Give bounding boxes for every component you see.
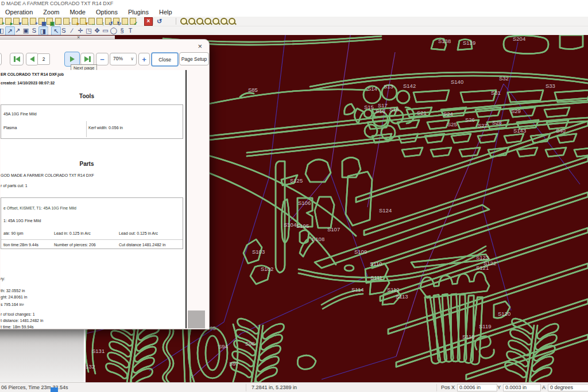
- zoom-in-button[interactable]: +: [138, 53, 150, 65]
- group-parts[interactable]: ▸: [71, 17, 79, 25]
- nav-first-button[interactable]: [0, 53, 2, 65]
- zoom-in-icon[interactable]: [179, 17, 188, 25]
- zoom-out-button[interactable]: −: [96, 53, 109, 65]
- summary-total-distance: t distance: 1481.2482 in: [1, 319, 43, 323]
- print-preview-dialog: × 2 − 70% ∨ + Close Page Setup Next page…: [0, 39, 210, 329]
- zoom-sheet-icon[interactable]: [219, 17, 228, 25]
- mirror-horizontal[interactable]: ↔: [87, 17, 96, 25]
- zoom-selection-icon[interactable]: [211, 17, 220, 25]
- lead-in: Lead in: 0.125 in Arc: [54, 231, 91, 235]
- undo[interactable]: ↺: [155, 17, 164, 25]
- operation-box: e Offset, KISMET, T1: 45A 10G Fine Mild …: [1, 197, 183, 249]
- part-label-S109: S109: [354, 249, 367, 255]
- menu-item-help[interactable]: Help: [154, 9, 177, 15]
- menu-item-options[interactable]: Options: [91, 9, 123, 15]
- angle-field[interactable]: 0 degrees: [548, 384, 588, 391]
- rotate-left[interactable]: ↺: [104, 17, 113, 25]
- lasso-mode[interactable]: ◯: [110, 26, 118, 34]
- summary-height: ght: 24.8061 in: [1, 295, 27, 299]
- plate-mode[interactable]: ▣: [22, 26, 30, 34]
- page-number-field[interactable]: 2: [37, 53, 50, 65]
- zoom-box-mode[interactable]: ▭: [101, 26, 110, 34]
- part-label-S18: S18: [389, 106, 399, 112]
- move-to-sheet[interactable]: →: [121, 17, 129, 25]
- parts-cut: r of parts cut: 1: [1, 184, 28, 188]
- contour-mode[interactable]: ◧: [0, 26, 5, 34]
- part-label-S94: S94: [218, 343, 228, 350]
- zoom-all-icon[interactable]: [227, 17, 236, 25]
- move-part-mode[interactable]: ✛: [76, 26, 85, 34]
- menu-item-mode[interactable]: Mode: [64, 9, 91, 15]
- last-page-icon: [84, 56, 89, 62]
- part-label-S142: S142: [403, 83, 416, 89]
- array-parts[interactable]: ▦: [37, 17, 46, 25]
- part-label-S32: S32: [499, 75, 509, 81]
- import-part[interactable]: ↓: [21, 17, 29, 25]
- zoom-part-icon[interactable]: [203, 17, 212, 25]
- text-mode[interactable]: T: [126, 26, 135, 34]
- part-label-S112: S112: [387, 286, 399, 293]
- rotate-right[interactable]: ↻: [112, 17, 121, 25]
- rotate-part-mode[interactable]: ◳: [84, 26, 93, 34]
- close-button[interactable]: Close: [151, 52, 179, 67]
- zoom-level-select[interactable]: 70% ∨: [110, 53, 137, 65]
- chevron-down-icon: ∨: [130, 56, 134, 61]
- pen-mode[interactable]: ∕: [68, 26, 76, 34]
- preview-scrollbar-thumb[interactable]: [188, 311, 205, 328]
- part-label-S25: S25: [447, 121, 457, 127]
- ungroup-parts[interactable]: ▾: [79, 17, 87, 25]
- mirror-vertical[interactable]: ↕: [95, 17, 104, 25]
- pan-view-mode[interactable]: ✥: [93, 26, 102, 34]
- part-label-S204: S204: [513, 36, 525, 42]
- nav-prev-page-button[interactable]: [26, 53, 38, 65]
- duplicate-part[interactable]: +: [29, 17, 37, 25]
- save-part[interactable]: ▾: [12, 17, 21, 25]
- part-label-S27: S27: [478, 122, 488, 129]
- part-label-S143: S143: [513, 127, 526, 134]
- part-properties[interactable]: ✓: [129, 17, 137, 25]
- nav-last-page-button[interactable]: [80, 53, 94, 65]
- window-title: D MADE A FARMER COLORADO TXT R14 DXF: [1, 1, 113, 6]
- report-created-line: created: 14/10/2023 08:07:32: [1, 81, 55, 85]
- dialog-close-icon[interactable]: ×: [198, 42, 202, 51]
- part-label-S111: S111: [370, 274, 382, 281]
- open-part[interactable]: ▸: [4, 17, 13, 25]
- part-label-S104: S104: [284, 222, 296, 228]
- page-setup-button[interactable]: Page Setup: [179, 52, 209, 65]
- menu-item-plugins[interactable]: Plugins: [123, 9, 154, 15]
- part-label-S114: S114: [351, 286, 363, 293]
- s-tool-mode[interactable]: S: [30, 26, 38, 34]
- menu-bar: OperationZoomModeOptionsPluginsHelp: [0, 7, 588, 17]
- nav-first-page-button[interactable]: [10, 53, 24, 65]
- next-page-icon: [70, 56, 75, 62]
- main-toolbar: +▸▾↓+▦▣←↑▸▾↔↕↺↻→✓×↺: [0, 17, 588, 26]
- pos-x-label: Pos X: [441, 385, 455, 390]
- nest-parts[interactable]: ▣: [45, 17, 54, 25]
- part-label-S31: S31: [491, 90, 501, 96]
- part-label-S139: S139: [463, 40, 475, 46]
- prev-page-icon: [30, 56, 34, 62]
- part-label-S138: S138: [438, 38, 451, 44]
- select-parts-mode[interactable]: S: [60, 26, 68, 34]
- menu-item-zoom[interactable]: Zoom: [38, 9, 64, 15]
- part-label-S131: S131: [92, 348, 105, 354]
- snap-mode[interactable]: §: [118, 26, 126, 34]
- lead-edit-mode[interactable]: ↗: [13, 26, 22, 34]
- part-label-S24: S24: [443, 111, 453, 117]
- part-label-S13: S13: [384, 83, 393, 90]
- zoom-window-icon[interactable]: [195, 17, 204, 25]
- feed-rate: ate: 90 ipm: [3, 231, 24, 235]
- align-left[interactable]: ←: [54, 17, 63, 25]
- align-top[interactable]: ↑: [62, 17, 71, 25]
- delete-part[interactable]: ×: [144, 17, 152, 25]
- canvas-left-edge: [84, 327, 86, 382]
- part-label-S110: S110: [370, 261, 382, 267]
- report-page: ER COLORADO TXT R14 DXF.job created: 14/…: [1, 70, 187, 328]
- part-label-S15: S15: [364, 104, 374, 110]
- pos-y-field[interactable]: 0.0003 in: [503, 384, 541, 391]
- zoom-out-icon[interactable]: [187, 17, 196, 25]
- part-edit-mode[interactable]: ◨: [38, 26, 48, 36]
- pos-x-field[interactable]: 0.0006 in: [457, 384, 497, 391]
- minus-icon: −: [100, 55, 105, 64]
- menu-item-operation[interactable]: Operation: [0, 9, 38, 15]
